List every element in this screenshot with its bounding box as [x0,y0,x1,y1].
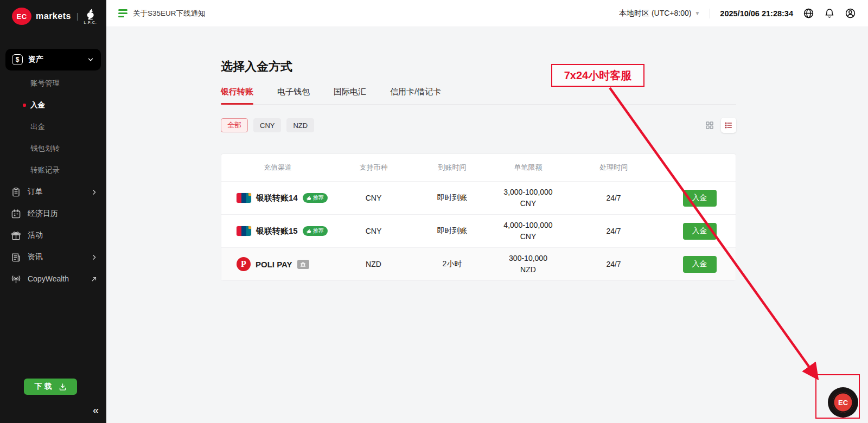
support-annotation-label: 7x24小时客服 [551,64,644,87]
badge-label: 推荐 [313,194,324,202]
list-view-icon[interactable] [721,118,736,133]
calendar-icon [11,209,21,219]
sidebar-item-news[interactable]: 资讯 [0,246,106,268]
deposit-button[interactable]: 入金 [683,223,717,240]
grid-view-icon[interactable] [705,120,714,130]
col-header-limit: 单笔限额 [492,163,565,172]
tab-credit-debit-card[interactable]: 信用卡/借记卡 [390,87,441,104]
tab-e-wallet[interactable]: 电子钱包 [277,87,310,104]
notifications-bell-icon[interactable] [824,8,835,19]
table-row: 银联转账15 推荐 CNY 即时到账 4,000-100,000 CNY 24/… [221,214,736,247]
bank-building-icon [300,261,306,267]
language-globe-icon[interactable] [803,8,814,19]
announcement-lines-icon [118,9,127,17]
sidebar-item-withdraw[interactable]: 出金 [0,116,106,138]
sidebar: EC markets | L.F.C. $ 资产 账号管理 入金 出金 [0,0,106,423]
sidebar-item-activities[interactable]: 活动 [0,225,106,246]
filter-chip-cny[interactable]: CNY [253,118,281,132]
chat-annotation-box: EC [815,374,860,419]
bank-badge [297,260,309,269]
clipboard-icon [11,187,21,197]
filter-chip-nzd[interactable]: NZD [286,118,314,132]
current-datetime: 2025/10/06 21:28:34 [720,9,793,18]
sidebar-item-label: 活动 [28,230,98,240]
sidebar-item-copywealth[interactable]: CopyWealth [0,268,106,290]
table-row: 银联转账14 推荐 CNY 即时到账 3,000-100,000 CNY 24/… [221,181,736,214]
col-header-processing-time: 处理时间 [565,163,662,172]
sidebar-item-label: 转账记录 [30,165,60,175]
broadcast-icon [11,274,21,284]
sidebar-item-label: 经济日历 [28,209,98,219]
sidebar-item-label: 钱包划转 [30,144,60,153]
sidebar-item-label: 入金 [30,100,45,110]
news-icon [11,252,21,262]
sidebar-item-orders[interactable]: 订单 [0,181,106,203]
download-button[interactable]: 下载 [24,379,77,395]
badge-label: 推荐 [313,227,324,235]
download-label: 下载 [35,382,54,392]
assets-dollar-icon: $ [12,54,23,65]
col-header-currency: 支持币种 [334,163,413,172]
currency-filter-row: 全部 CNY NZD [221,118,736,133]
chevron-down-icon [87,56,94,63]
sidebar-item-wallet-transfer[interactable]: 钱包划转 [0,138,106,159]
brand-name: markets [36,11,71,21]
col-header-arrival-time: 到账时间 [413,163,492,172]
sidebar-item-label: 资讯 [28,252,84,262]
table-row: P POLI PAY NZD 2小时 300-10,000 NZD 24/7 入… [221,247,736,280]
chevron-down-icon: ▼ [694,10,700,16]
arrival-cell: 即时到账 [413,193,492,203]
unionpay-logo-icon [237,226,251,236]
recommend-badge: 推荐 [303,193,328,203]
channel-name: 银联转账14 [256,193,298,203]
channel-name: POLI PAY [256,260,292,269]
sidebar-item-label: 出金 [30,122,45,132]
chat-support-button[interactable]: EC [828,387,858,418]
poli-pay-logo-icon: P [237,257,251,271]
sidebar-item-assets[interactable]: $ 资产 [5,49,101,70]
announcement-banner[interactable]: 关于S35EUR下线通知 [118,9,206,18]
currency-cell: CNY [334,227,413,235]
tab-bank-transfer[interactable]: 银行转账 [221,87,253,104]
download-icon [59,383,67,391]
channel-name: 银联转账15 [256,226,298,236]
brand-divider: | [76,12,79,21]
sidebar-item-economic-calendar[interactable]: 经济日历 [0,203,106,225]
sidebar-item-deposit[interactable]: 入金 [0,94,106,116]
account-user-icon[interactable] [845,8,856,19]
hours-cell: 24/7 [565,260,662,268]
page-title: 选择入金方式 [221,59,868,75]
sidebar-item-label: 资产 [28,55,87,65]
lfc-logo: L.F.C. [84,8,97,24]
thumbs-up-icon [307,196,311,201]
hot-flag-icon [248,226,251,229]
channel-cell: P POLI PAY [221,257,334,271]
limit-cell: 3,000-100,000 CNY [492,187,565,209]
chat-ec-logo-icon: EC [833,392,853,413]
sidebar-collapse-button[interactable]: « [93,405,99,415]
sidebar-item-label: 账号管理 [30,79,60,88]
table-header-row: 充值渠道 支持币种 到账时间 单笔限额 处理时间 [221,154,736,181]
gift-icon [11,230,21,241]
filter-chip-all[interactable]: 全部 [221,118,248,132]
sidebar-item-label: 订单 [28,187,84,197]
recommend-badge: 推荐 [303,226,328,236]
active-dot-icon [23,104,26,107]
chevron-right-icon [91,254,98,261]
tab-international-wire[interactable]: 国际电汇 [334,87,366,104]
currency-cell: CNY [334,194,413,202]
sidebar-item-account-management[interactable]: 账号管理 [0,73,106,94]
sidebar-item-transfer-record[interactable]: 转账记录 [0,159,106,181]
hours-cell: 24/7 [565,194,662,202]
divider [710,9,710,18]
timezone-selector[interactable]: 本地时区 (UTC+8:00) ▼ [619,9,700,18]
deposit-button[interactable]: 入金 [683,190,717,207]
deposit-button[interactable]: 入金 [683,256,717,273]
arrival-cell: 2小时 [413,259,492,269]
unionpay-logo-icon [237,193,251,203]
currency-cell: NZD [334,260,413,268]
lfc-label: L.F.C. [84,21,97,24]
main-content: 选择入金方式 银行转账 电子钱包 国际电汇 信用卡/借记卡 全部 CNY NZD… [106,27,868,423]
channel-cell: 银联转账15 推荐 [221,226,334,236]
deposit-method-tabs: 银行转账 电子钱包 国际电汇 信用卡/借记卡 [221,87,736,105]
